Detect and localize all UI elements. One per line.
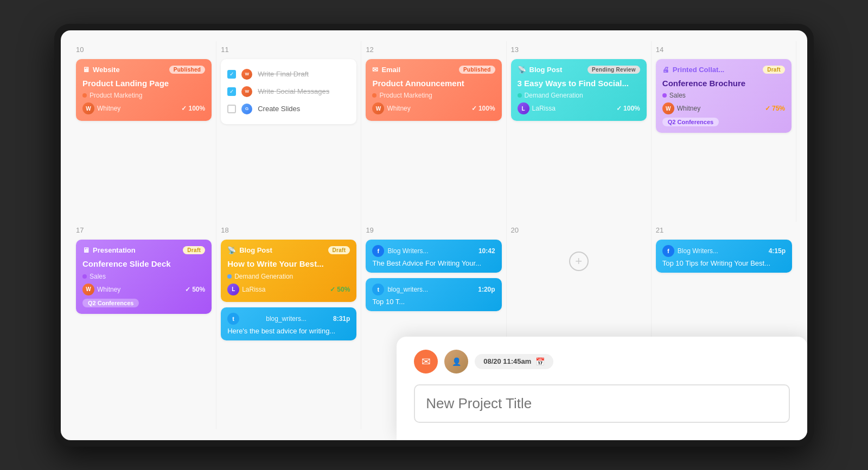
avatar-larissa-blog: L bbox=[227, 284, 239, 295]
card-title-printed: Conference Brochure bbox=[662, 78, 785, 89]
card-type-blog: 📡 Blog Post bbox=[518, 66, 563, 74]
pending-badge: Pending Review bbox=[588, 66, 640, 74]
printer-icon: 🖨 bbox=[662, 66, 669, 74]
progress-blog-draft: ✓ 50% bbox=[330, 286, 350, 293]
day-number-12: 12 bbox=[366, 46, 501, 54]
dot-blue-blog bbox=[227, 274, 232, 279]
card-title-product-landing: Product Landing Page bbox=[82, 78, 205, 89]
day-col-12: 12 ✉ Email Published Product Announcemen… bbox=[361, 41, 506, 222]
card-type-presentation: 🖥 Presentation bbox=[82, 246, 136, 254]
handle-19a: Blog Writers... bbox=[387, 247, 478, 255]
avatar-whitney-presentation: W bbox=[82, 284, 94, 295]
avatar-row-presentation: W Whitney bbox=[82, 284, 120, 295]
facebook-icon-21: f bbox=[662, 245, 674, 257]
social-header-21: f Blog Writers... 4:15p bbox=[662, 245, 786, 257]
card-tag-printed: Sales bbox=[662, 92, 785, 99]
social-icons-19a: f bbox=[372, 245, 384, 257]
dot-orange bbox=[82, 93, 87, 98]
card-footer: W Whitney ✓ 100% bbox=[82, 102, 205, 114]
card-blog[interactable]: 📡 Blog Post Pending Review 3 Easy Ways t… bbox=[511, 59, 647, 121]
card-tag-blog: Demand Generation bbox=[518, 92, 640, 99]
social-header-19a: f Blog Writers... 10:42 bbox=[372, 245, 495, 257]
user-name-blog-draft: LaRissa bbox=[242, 286, 265, 293]
twitter-icon-18: t bbox=[227, 313, 239, 325]
date-badge[interactable]: 08/20 11:45am 📅 bbox=[475, 354, 553, 369]
handle-19b: blog_writers... bbox=[387, 286, 478, 293]
card-title-blog: 3 Easy Ways to Find Social... bbox=[518, 78, 640, 89]
monitor-icon: 🖥 bbox=[82, 66, 90, 74]
card-blog-draft[interactable]: 📡 Blog Post Draft How to Write Your Best… bbox=[221, 240, 356, 302]
card-type-email: ✉ Email bbox=[372, 66, 400, 74]
social-icons-21: f bbox=[662, 245, 674, 257]
social-header-18: t blog_writers... 8:31p bbox=[227, 313, 350, 325]
handle-21: Blog Writers... bbox=[678, 247, 769, 255]
card-facebook-21[interactable]: f Blog Writers... 4:15p Top 10 Tips for … bbox=[656, 240, 792, 273]
user-name-email: Whitney bbox=[387, 105, 410, 112]
day-col-11: 11 ✓ W Write Final Draft ✓ bbox=[216, 41, 361, 222]
card-presentation[interactable]: 🖥 Presentation Draft Conference Slide De… bbox=[76, 240, 212, 314]
card-footer-printed: W Whitney ✓ 75% bbox=[662, 102, 785, 114]
day-number-13: 13 bbox=[511, 46, 647, 54]
checklist-card: ✓ W Write Final Draft ✓ W bbox=[221, 59, 356, 124]
progress-email: ✓ 100% bbox=[471, 105, 495, 112]
content-18: Here's the best advice for writing... bbox=[227, 327, 350, 335]
day-number-14: 14 bbox=[656, 46, 792, 54]
device-screen: 10 🖥 Website Published Product Landing P… bbox=[61, 30, 807, 440]
new-project-input[interactable] bbox=[414, 384, 790, 423]
draft-badge-presentation: Draft bbox=[183, 246, 205, 254]
day-col-17: 17 🖥 Presentation Draft Conference Slide… bbox=[72, 222, 216, 429]
social-header-19b: t blog_writers... 1:20p bbox=[372, 284, 495, 295]
card-tag-presentation: Sales bbox=[82, 273, 205, 280]
draft-badge-blog: Draft bbox=[328, 246, 350, 254]
card-facebook-19[interactable]: f Blog Writers... 10:42 The Best Advice … bbox=[366, 240, 501, 273]
calendar-icon: 📅 bbox=[535, 357, 545, 366]
card-printed[interactable]: 🖨 Printed Collat... Draft Conference Bro… bbox=[656, 59, 792, 133]
card-website[interactable]: 🖥 Website Published Product Landing Page… bbox=[76, 59, 212, 121]
checkbox-3[interactable] bbox=[227, 105, 236, 113]
card-twitter-18[interactable]: t blog_writers... 8:31p Here's the best … bbox=[221, 307, 356, 340]
avatar-whitney: W bbox=[82, 102, 94, 114]
card-footer-presentation: W Whitney ✓ 50% bbox=[82, 284, 205, 295]
avatar-larissa: L bbox=[518, 102, 529, 114]
checkbox-2[interactable]: ✓ bbox=[227, 87, 236, 96]
email-icon-circle: ✉ bbox=[414, 350, 438, 374]
card-title-presentation: Conference Slide Deck bbox=[82, 259, 205, 269]
card-twitter-19[interactable]: t blog_writers... 1:20p Top 10 T... bbox=[366, 278, 501, 311]
dot-orange-email bbox=[372, 93, 376, 98]
social-icons-18: t bbox=[227, 313, 239, 325]
user-name-printed: Whitney bbox=[677, 105, 700, 112]
avatar-row-printed: W Whitney bbox=[662, 102, 700, 114]
card-type-printed: 🖨 Printed Collat... bbox=[662, 66, 724, 74]
day-number-17: 17 bbox=[76, 226, 212, 234]
checkbox-1[interactable]: ✓ bbox=[227, 70, 236, 79]
card-email[interactable]: ✉ Email Published Product Announcement P… bbox=[366, 59, 501, 121]
progress-100: ✓ 100% bbox=[181, 105, 205, 112]
avatar-whitney-printed: W bbox=[662, 102, 674, 114]
email-type-icon: ✉ bbox=[372, 66, 378, 74]
add-event-button[interactable]: + bbox=[569, 252, 589, 271]
user-avatar-panel: 👤 bbox=[444, 350, 468, 374]
slides-icon: 🖥 bbox=[82, 246, 90, 254]
user-name-presentation: Whitney bbox=[97, 286, 120, 293]
user-name-blog: LaRissa bbox=[532, 105, 556, 112]
published-badge-email: Published bbox=[459, 66, 495, 74]
handle-row-18: blog_writers... bbox=[266, 315, 307, 323]
card-footer-blog: L LaRissa ✓ 100% bbox=[518, 102, 640, 114]
time-21: 4:15p bbox=[769, 247, 786, 255]
day-number-18: 18 bbox=[221, 226, 356, 234]
day-number-21: 21 bbox=[656, 226, 792, 234]
checklist-item-1: ✓ W Write Final Draft bbox=[227, 66, 350, 83]
dot-teal-blog bbox=[518, 93, 522, 98]
avatar-cl-1: W bbox=[241, 69, 252, 80]
avatar-cl-2: W bbox=[241, 86, 252, 97]
progress-printed: ✓ 75% bbox=[765, 105, 785, 112]
day-col-18: 18 📡 Blog Post Draft How to Write Your B… bbox=[216, 222, 361, 429]
time-19a: 10:42 bbox=[478, 247, 495, 255]
blog-icon: 📡 bbox=[518, 66, 526, 74]
progress-presentation: ✓ 50% bbox=[185, 286, 205, 293]
user-name: Whitney bbox=[97, 105, 120, 112]
avatar-row-blog: L LaRissa bbox=[518, 102, 556, 114]
twitter-icon-19: t bbox=[372, 284, 384, 295]
day-number-19: 19 bbox=[366, 226, 501, 234]
social-icons-19b: t bbox=[372, 284, 384, 295]
